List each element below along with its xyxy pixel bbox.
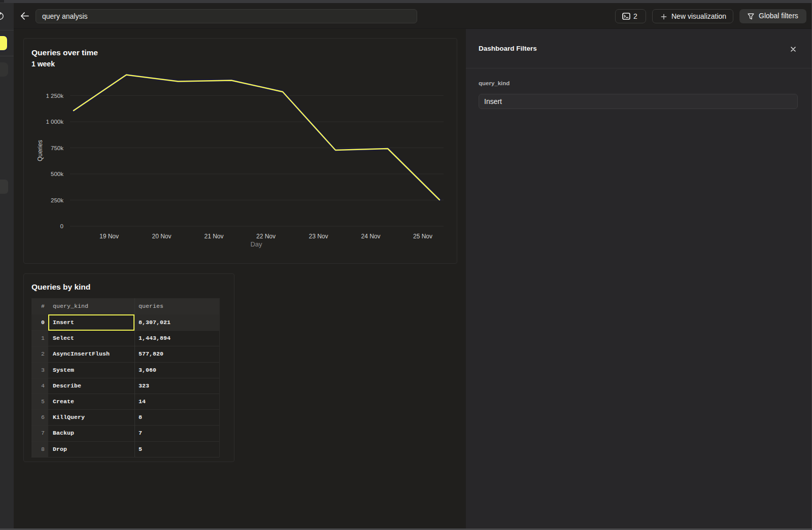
svg-text:24 Nov: 24 Nov <box>361 233 380 240</box>
svg-text:1 000k: 1 000k <box>46 119 63 125</box>
svg-text:25 Nov: 25 Nov <box>413 233 432 240</box>
svg-text:1 250k: 1 250k <box>46 93 63 99</box>
svg-text:20 Nov: 20 Nov <box>152 233 171 240</box>
svg-text:500k: 500k <box>51 171 63 177</box>
svg-text:21 Nov: 21 Nov <box>204 233 223 240</box>
svg-text:750k: 750k <box>51 145 63 151</box>
svg-text:Queries: Queries <box>37 140 44 161</box>
svg-text:250k: 250k <box>51 197 63 203</box>
svg-text:19 Nov: 19 Nov <box>99 233 119 240</box>
svg-text:Day: Day <box>250 240 262 248</box>
svg-text:22 Nov: 22 Nov <box>256 233 276 240</box>
svg-text:23 Nov: 23 Nov <box>309 233 328 240</box>
svg-text:0: 0 <box>60 223 63 229</box>
